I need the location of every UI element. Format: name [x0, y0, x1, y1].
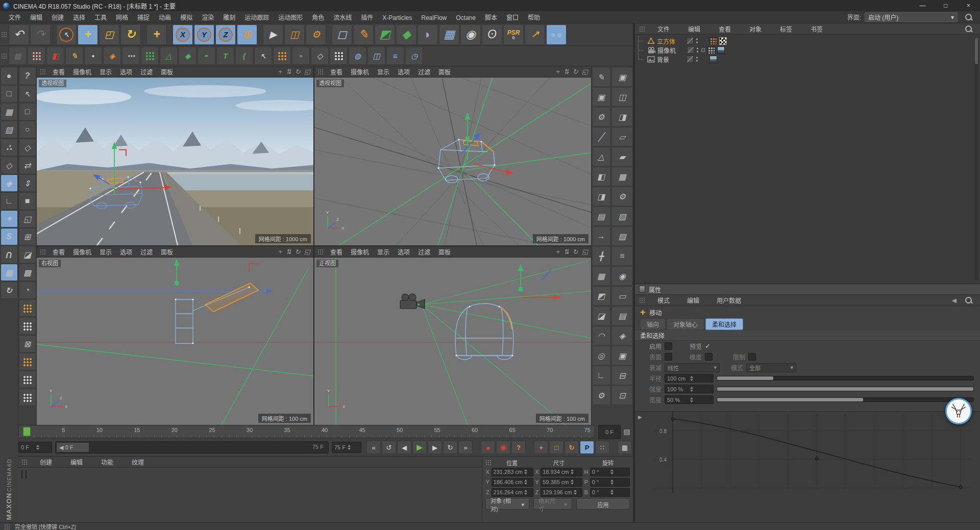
pen-tool-button[interactable]: ✎	[353, 24, 374, 45]
mirror-tool-icon[interactable]: ◪	[19, 246, 36, 263]
viewport-maximize-icon[interactable]: ◱	[582, 68, 588, 75]
panel-grip[interactable]	[21, 459, 28, 465]
toolbar-icon[interactable]	[52, 24, 55, 44]
move-tool-icon[interactable]: ⇄	[19, 157, 36, 174]
om-menu-item[interactable]: 查看	[714, 24, 736, 33]
toolbar-grip[interactable]	[1, 32, 8, 37]
inactive-cube-icon[interactable]: ▩	[19, 264, 36, 281]
menu-item[interactable]: 文件	[4, 14, 26, 21]
viewport-menu-item[interactable]: 查看	[326, 247, 347, 256]
menu-item[interactable]: 插件	[356, 14, 378, 21]
model-mode-button[interactable]: □	[1, 85, 18, 103]
workplane-rotate-button[interactable]: ↻	[1, 282, 18, 299]
modeling-command-icon[interactable]: ◨	[611, 107, 633, 127]
live-selection-button[interactable]: ↖	[56, 24, 77, 45]
viewport-menu-item[interactable]: 摄像机	[347, 67, 373, 76]
panel-grip[interactable]	[485, 460, 492, 465]
editor-visibility-toggle[interactable]	[687, 56, 694, 63]
modeling-command-icon[interactable]: ⚙	[611, 187, 633, 206]
workplane-lock-button[interactable]: ▦	[1, 264, 18, 281]
modeling-command-icon[interactable]: ∟	[592, 366, 610, 385]
section-header[interactable]: 柔和选择	[635, 330, 980, 341]
viewport-rotate-icon[interactable]: ↻	[295, 68, 301, 75]
viewport-menu-item[interactable]: 过滤	[414, 67, 434, 76]
lock-x-axis-button[interactable]: X	[173, 24, 193, 45]
goto-end-button[interactable]: »	[458, 441, 473, 454]
modeling-command-icon[interactable]: ◉	[611, 266, 633, 286]
timeline-film-icon[interactable]: ▤	[622, 426, 632, 437]
dot-grid-icon[interactable]	[19, 389, 36, 406]
viewport-menu-item[interactable]: 过滤	[136, 67, 157, 76]
viewport-menu-item[interactable]: 显示	[95, 67, 116, 76]
close-button[interactable]: ×	[957, 0, 980, 11]
panel-grip[interactable]	[639, 26, 646, 32]
modeling-command-icon[interactable]: ◎	[592, 346, 610, 365]
material-thumbnail[interactable]: 新素材01	[21, 471, 22, 478]
end-frame-field[interactable]: 75 F	[332, 442, 361, 453]
background-image-tag[interactable]	[709, 56, 717, 63]
material-menu-item[interactable]: 创建	[35, 458, 57, 466]
modeling-command-icon[interactable]: ▣	[611, 67, 633, 87]
modeling-command-icon[interactable]: ◧	[592, 167, 610, 186]
modeling-command-icon[interactable]: ▤	[592, 207, 610, 226]
viewport-menu-item[interactable]: 选项	[116, 247, 136, 256]
om-menu-item[interactable]: 编辑	[683, 24, 705, 33]
modeling-command-icon[interactable]: ▤	[611, 306, 633, 325]
texture-tag[interactable]	[719, 37, 727, 45]
scene-image-tag[interactable]	[717, 46, 725, 54]
curve-expand-icon[interactable]: ▶	[638, 414, 642, 420]
object-name[interactable]: 背景	[657, 55, 684, 64]
add-cube-button[interactable]: ◻	[332, 24, 352, 45]
modeling-tool-icon[interactable]	[330, 47, 348, 65]
range-slider-knob[interactable]: ◀ 0 F	[57, 443, 89, 452]
viewport-zoom-icon[interactable]: ⇅	[286, 68, 291, 75]
editor-visibility-toggle[interactable]	[687, 46, 694, 54]
play-backwards-button[interactable]: ◀	[397, 441, 411, 454]
deformer-button[interactable]: ◆	[396, 24, 416, 45]
modeling-tool-icon[interactable]: ↖	[254, 47, 272, 65]
absolute-size-dropdown[interactable]: 绝对尺寸▾	[533, 499, 572, 510]
object-name[interactable]: 立方体	[657, 37, 684, 45]
viewport-solo-button[interactable]: ⌖	[1, 210, 18, 228]
radius-field[interactable]: 100 cm	[665, 374, 714, 383]
rotation-input[interactable]: 0 °	[590, 488, 630, 497]
modeling-command-icon[interactable]: →	[592, 226, 610, 246]
apply-button[interactable]: 应用	[576, 499, 630, 510]
modeling-tool-icon[interactable]: ▫	[292, 47, 310, 65]
strength-field[interactable]: 100 %	[665, 385, 714, 393]
object-name[interactable]: 摄像机	[657, 46, 685, 55]
modeling-command-icon[interactable]: ╋	[592, 246, 610, 266]
width-field[interactable]: 50 %	[665, 395, 714, 404]
modeling-command-icon[interactable]: ▦	[611, 167, 633, 186]
viewport-rotate-icon[interactable]: ↻	[573, 248, 578, 256]
viewport-menu-item[interactable]: 摄像机	[69, 67, 95, 76]
modeling-tool-icon[interactable]: ◈	[103, 47, 121, 65]
strength-slider[interactable]	[717, 387, 974, 391]
modeling-tool-icon[interactable]: ◓	[198, 47, 215, 65]
lasso-select-icon[interactable]: ○	[19, 121, 36, 138]
animation-help-button[interactable]: ?	[511, 441, 526, 454]
menu-item[interactable]: 工具	[90, 14, 111, 21]
panel-divider[interactable]	[633, 23, 634, 522]
modeling-command-icon[interactable]: ▱	[611, 127, 633, 146]
modeling-tool-icon[interactable]: ◍	[349, 47, 366, 65]
interface-select[interactable]: 启动 (用户)▾	[865, 12, 958, 22]
render-view-button[interactable]: ▶	[263, 24, 283, 45]
simulation-button[interactable]: S	[1, 228, 18, 245]
viewport-front-view[interactable]: 查看摄像机显示选项过滤面板 +⇅↻◱	[314, 246, 591, 425]
radius-slider[interactable]	[717, 376, 974, 381]
toolbar-icon[interactable]	[142, 24, 145, 44]
viewport-perspective-camera[interactable]: 查看摄像机显示选项过滤面板 +⇅↻◱	[37, 66, 313, 245]
redo-button[interactable]: ↷	[30, 24, 51, 45]
visibility-dots[interactable]	[696, 47, 699, 53]
viewport-menu-item[interactable]: 面板	[157, 247, 177, 256]
delete-tool-icon[interactable]: ⊠	[19, 335, 36, 352]
om-search-icon[interactable]	[965, 26, 972, 32]
modeling-command-icon[interactable]: ◠	[592, 326, 610, 345]
modeling-tool-icon[interactable]: △	[160, 47, 178, 65]
modeling-command-icon[interactable]: ◈	[611, 326, 633, 345]
scale-tool-icon[interactable]: ⇕	[19, 174, 36, 192]
modeling-command-icon[interactable]: ◨	[592, 187, 610, 206]
modeling-tool-icon[interactable]: T	[216, 47, 234, 65]
size-input[interactable]: 18.934 cm	[541, 468, 582, 476]
